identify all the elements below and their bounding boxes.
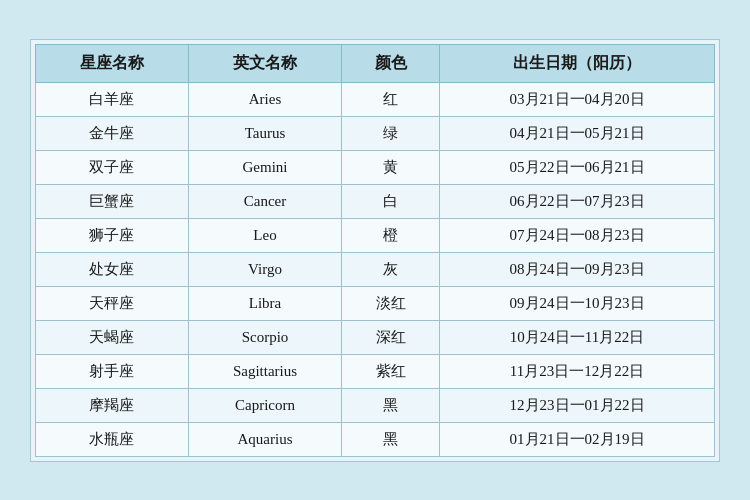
cell-english-name: Aries <box>188 82 341 116</box>
cell-english-name: Aquarius <box>188 422 341 456</box>
cell-color: 黑 <box>342 422 440 456</box>
cell-english-name: Leo <box>188 218 341 252</box>
cell-dates: 09月24日一10月23日 <box>440 286 715 320</box>
cell-dates: 03月21日一04月20日 <box>440 82 715 116</box>
cell-chinese-name: 狮子座 <box>36 218 189 252</box>
zodiac-table: 星座名称 英文名称 颜色 出生日期（阳历） 白羊座Aries红03月21日一04… <box>35 44 715 457</box>
cell-color: 绿 <box>342 116 440 150</box>
cell-english-name: Scorpio <box>188 320 341 354</box>
cell-dates: 11月23日一12月22日 <box>440 354 715 388</box>
cell-color: 白 <box>342 184 440 218</box>
table-row: 狮子座Leo橙07月24日一08月23日 <box>36 218 715 252</box>
cell-color: 橙 <box>342 218 440 252</box>
header-color: 颜色 <box>342 44 440 82</box>
cell-chinese-name: 摩羯座 <box>36 388 189 422</box>
header-dates: 出生日期（阳历） <box>440 44 715 82</box>
cell-english-name: Cancer <box>188 184 341 218</box>
cell-dates: 07月24日一08月23日 <box>440 218 715 252</box>
cell-chinese-name: 射手座 <box>36 354 189 388</box>
table-row: 处女座Virgo灰08月24日一09月23日 <box>36 252 715 286</box>
cell-chinese-name: 白羊座 <box>36 82 189 116</box>
cell-dates: 05月22日一06月21日 <box>440 150 715 184</box>
table-row: 天蝎座Scorpio深红10月24日一11月22日 <box>36 320 715 354</box>
table-row: 白羊座Aries红03月21日一04月20日 <box>36 82 715 116</box>
cell-chinese-name: 天秤座 <box>36 286 189 320</box>
cell-chinese-name: 天蝎座 <box>36 320 189 354</box>
cell-color: 红 <box>342 82 440 116</box>
cell-dates: 12月23日一01月22日 <box>440 388 715 422</box>
cell-dates: 10月24日一11月22日 <box>440 320 715 354</box>
table-row: 金牛座Taurus绿04月21日一05月21日 <box>36 116 715 150</box>
header-chinese-name: 星座名称 <box>36 44 189 82</box>
header-english-name: 英文名称 <box>188 44 341 82</box>
cell-chinese-name: 巨蟹座 <box>36 184 189 218</box>
cell-chinese-name: 处女座 <box>36 252 189 286</box>
cell-chinese-name: 金牛座 <box>36 116 189 150</box>
table-body: 白羊座Aries红03月21日一04月20日金牛座Taurus绿04月21日一0… <box>36 82 715 456</box>
cell-color: 紫红 <box>342 354 440 388</box>
cell-dates: 04月21日一05月21日 <box>440 116 715 150</box>
cell-color: 深红 <box>342 320 440 354</box>
table-row: 双子座Gemini黄05月22日一06月21日 <box>36 150 715 184</box>
cell-chinese-name: 水瓶座 <box>36 422 189 456</box>
cell-dates: 08月24日一09月23日 <box>440 252 715 286</box>
cell-dates: 06月22日一07月23日 <box>440 184 715 218</box>
cell-english-name: Libra <box>188 286 341 320</box>
cell-chinese-name: 双子座 <box>36 150 189 184</box>
cell-color: 灰 <box>342 252 440 286</box>
cell-color: 淡红 <box>342 286 440 320</box>
cell-english-name: Sagittarius <box>188 354 341 388</box>
zodiac-table-container: 星座名称 英文名称 颜色 出生日期（阳历） 白羊座Aries红03月21日一04… <box>30 39 720 462</box>
table-row: 巨蟹座Cancer白06月22日一07月23日 <box>36 184 715 218</box>
cell-color: 黄 <box>342 150 440 184</box>
table-row: 天秤座Libra淡红09月24日一10月23日 <box>36 286 715 320</box>
cell-english-name: Virgo <box>188 252 341 286</box>
table-row: 摩羯座Capricorn黑12月23日一01月22日 <box>36 388 715 422</box>
table-row: 射手座Sagittarius紫红11月23日一12月22日 <box>36 354 715 388</box>
cell-color: 黑 <box>342 388 440 422</box>
cell-english-name: Taurus <box>188 116 341 150</box>
cell-english-name: Capricorn <box>188 388 341 422</box>
table-header-row: 星座名称 英文名称 颜色 出生日期（阳历） <box>36 44 715 82</box>
table-row: 水瓶座Aquarius黑01月21日一02月19日 <box>36 422 715 456</box>
cell-english-name: Gemini <box>188 150 341 184</box>
cell-dates: 01月21日一02月19日 <box>440 422 715 456</box>
